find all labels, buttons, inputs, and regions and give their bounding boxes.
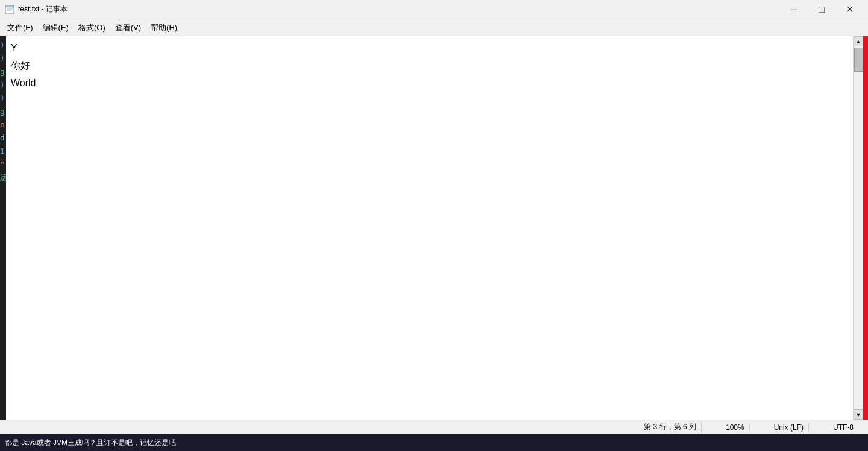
title-bar-left: test.txt - 记事本 (5, 4, 68, 14)
notepad-icon (5, 5, 14, 14)
minimize-button[interactable]: ─ (780, 0, 808, 19)
window-title: test.txt - 记事本 (18, 4, 68, 14)
taskbar-text: 都是 Java或者 JVM三成吗？且订不是吧，记忆还是吧 (5, 438, 176, 448)
menu-view[interactable]: 查看(V) (110, 20, 146, 36)
red-accent-bar (863, 36, 868, 420)
scroll-down-button[interactable]: ▼ (854, 409, 864, 420)
menu-format[interactable]: 格式(O) (74, 20, 110, 36)
menu-file[interactable]: 文件(F) (2, 20, 38, 36)
editor-content[interactable]: Y 你好 World (6, 36, 853, 420)
left-panel: ) ) g ) ) g or d 1 " 运 (0, 36, 6, 420)
background-code: ) ) g ) ) g or d 1 " 运 (0, 36, 6, 184)
notepad-area[interactable]: Y 你好 World (6, 36, 853, 420)
menu-help[interactable]: 帮助(H) (146, 20, 182, 36)
taskbar-area: 都是 Java或者 JVM三成吗？且订不是吧，记忆还是吧 (0, 434, 868, 451)
window-controls: ─ □ ✕ (780, 0, 863, 19)
status-bar: 第 3 行，第 6 列 100% Unix (LF) UTF-8 (0, 420, 868, 434)
encoding: UTF-8 (828, 423, 858, 432)
menu-edit[interactable]: 编辑(E) (38, 20, 74, 36)
cursor-position: 第 3 行，第 6 列 (639, 422, 702, 432)
editor-container: ) ) g ) ) g or d 1 " 运 Y 你好 World ▲ ▼ (0, 36, 868, 420)
title-bar: test.txt - 记事本 ─ □ ✕ (0, 0, 868, 19)
scroll-thumb[interactable] (854, 48, 863, 72)
maximize-button[interactable]: □ (808, 0, 835, 19)
menu-bar: 文件(F) 编辑(E) 格式(O) 查看(V) 帮助(H) (0, 19, 868, 36)
vertical-scrollbar[interactable]: ▲ ▼ (853, 36, 863, 420)
svg-rect-1 (5, 5, 14, 7)
scroll-up-button[interactable]: ▲ (854, 36, 864, 46)
line-ending: Unix (LF) (769, 423, 809, 432)
zoom-level: 100% (721, 423, 750, 432)
close-button[interactable]: ✕ (835, 0, 863, 19)
